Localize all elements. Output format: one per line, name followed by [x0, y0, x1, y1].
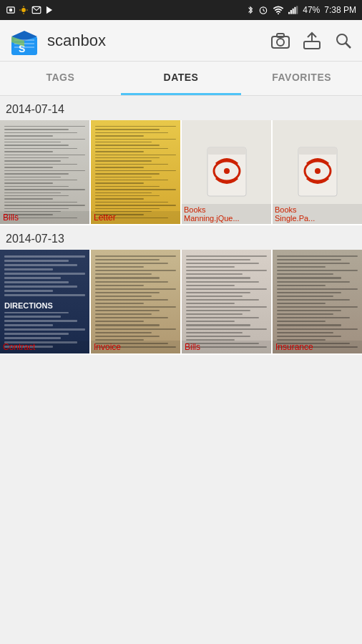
- svg-rect-33: [207, 147, 246, 155]
- app-logo: S: [9, 25, 40, 57]
- label-books-single: BooksSingle.Pa...: [273, 204, 362, 224]
- wifi-icon: [273, 6, 284, 14]
- date-header-1: 2014-07-14: [0, 96, 362, 120]
- svg-marker-8: [47, 6, 52, 14]
- app-bar-left: S scanbox: [9, 25, 106, 57]
- grid-item-bills-2[interactable]: Bills: [182, 250, 271, 353]
- section-2014-07-14: 2014-07-14: [0, 96, 362, 225]
- svg-point-26: [277, 39, 284, 46]
- svg-point-12: [278, 13, 279, 14]
- app-actions: [270, 31, 353, 51]
- svg-rect-27: [277, 34, 284, 37]
- svg-point-30: [337, 34, 347, 44]
- play-icon: [44, 5, 54, 15]
- image-grid-2: DIRECTIONS Contract: [0, 250, 362, 355]
- svg-point-2: [21, 8, 26, 12]
- svg-rect-15: [293, 9, 294, 14]
- bluetooth-icon: [247, 5, 254, 15]
- app-bar: S scanbox: [0, 20, 362, 62]
- svg-rect-16: [295, 7, 296, 14]
- label-books-manning: BooksManning.jQue...: [182, 204, 271, 224]
- pdf-icon-single: [293, 144, 343, 201]
- svg-point-39: [315, 168, 321, 174]
- battery-text: 47%: [303, 5, 320, 15]
- svg-point-1: [9, 9, 13, 12]
- status-bar: 47% 7:38 PM: [0, 0, 362, 20]
- grid-item-books-manning[interactable]: BooksManning.jQue...: [182, 120, 271, 224]
- pdf-icon-manning: [202, 144, 252, 201]
- svg-rect-13: [288, 12, 290, 14]
- svg-line-31: [346, 43, 351, 48]
- label-invoice: Invoice: [91, 341, 180, 353]
- grid-item-invoice[interactable]: Invoice: [91, 250, 180, 353]
- camera-button[interactable]: [270, 31, 290, 51]
- date-header-2: 2014-07-13: [0, 225, 362, 250]
- tab-dates[interactable]: DATES: [121, 62, 242, 95]
- status-right-info: 47% 7:38 PM: [247, 5, 356, 15]
- section-2014-07-13: 2014-07-13 DIRECTIONS: [0, 225, 362, 355]
- brightness-icon: [19, 5, 29, 15]
- label-bills-1: Bills: [0, 211, 89, 224]
- status-left-icons: [6, 5, 54, 15]
- grid-item-contract[interactable]: DIRECTIONS Contract: [0, 250, 89, 353]
- alarm-icon: [258, 5, 268, 15]
- label-insurance: Insurance: [273, 341, 362, 353]
- svg-point-35: [224, 168, 230, 174]
- grid-item-letter[interactable]: Letter: [91, 120, 180, 224]
- svg-rect-17: [296, 6, 298, 14]
- email-icon: [31, 5, 41, 15]
- tabs: TAGS DATES FAVORITES: [0, 62, 362, 96]
- grid-item-books-single[interactable]: BooksSingle.Pa...: [273, 120, 362, 224]
- signal-icon: [288, 6, 298, 14]
- upload-button[interactable]: [302, 31, 322, 51]
- label-letter: Letter: [91, 211, 180, 224]
- photo-icon: [6, 5, 16, 15]
- image-grid-1: Bills: [0, 120, 362, 225]
- content: 2014-07-14: [0, 96, 362, 644]
- tab-favorites[interactable]: FAVORITES: [241, 62, 362, 95]
- search-button[interactable]: [333, 31, 353, 51]
- label-bills-2: Bills: [182, 341, 271, 353]
- grid-item-bills-1[interactable]: Bills: [0, 120, 89, 224]
- svg-rect-14: [290, 10, 292, 14]
- grid-item-insurance[interactable]: Insurance: [273, 250, 362, 353]
- svg-rect-28: [304, 42, 320, 49]
- tab-tags[interactable]: TAGS: [0, 62, 121, 95]
- svg-rect-37: [298, 147, 337, 155]
- label-contract: Contract: [0, 341, 89, 353]
- app-title: scanbox: [47, 31, 106, 50]
- svg-line-11: [263, 11, 265, 11]
- time-text: 7:38 PM: [324, 5, 356, 15]
